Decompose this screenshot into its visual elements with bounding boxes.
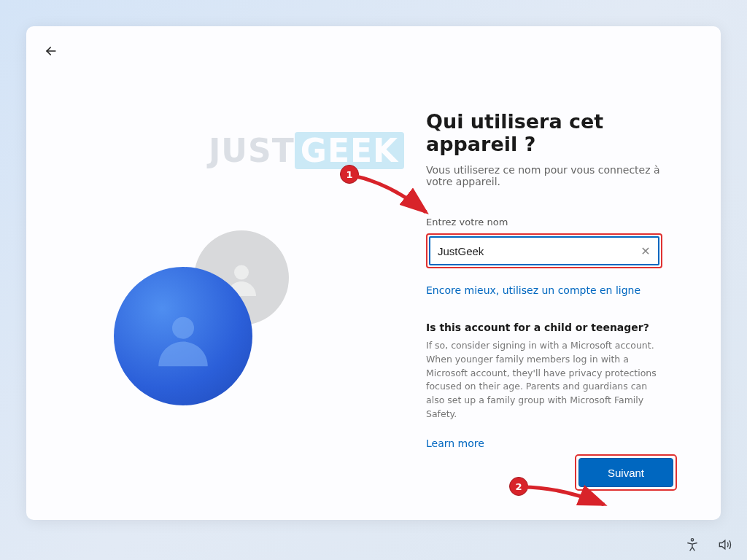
form-panel: Qui utilisera cet appareil ? Vous utilis…	[426, 110, 662, 450]
name-label: Entrez votre nom	[426, 217, 662, 228]
online-account-link[interactable]: Encore mieux, utilisez un compte en lign…	[426, 284, 640, 296]
svg-point-1	[172, 317, 194, 339]
avatar-blue-icon	[114, 267, 252, 405]
volume-icon[interactable]	[716, 537, 732, 553]
svg-point-0	[234, 265, 249, 280]
clear-input-icon[interactable]: ✕	[633, 244, 658, 258]
annotation-badge-1: 1	[340, 165, 359, 184]
name-input-container[interactable]: ✕	[429, 236, 659, 265]
next-button[interactable]: Suivant	[578, 458, 673, 487]
child-account-heading: Is this account for a child or teenager?	[426, 322, 662, 333]
learn-more-link[interactable]: Learn more	[426, 438, 484, 449]
back-button[interactable]	[39, 39, 63, 63]
next-button-highlight: Suivant	[575, 454, 677, 491]
hero-illustration	[114, 223, 303, 413]
watermark-geek: GEEK	[295, 132, 404, 169]
svg-point-2	[691, 539, 693, 541]
child-account-body: If so, consider signing in with a Micros…	[426, 339, 662, 421]
watermark: JUSTGEEK	[209, 132, 404, 169]
watermark-just: JUST	[209, 132, 295, 169]
name-input[interactable]	[430, 245, 633, 257]
name-input-highlight: ✕	[426, 233, 662, 268]
annotation-badge-2: 2	[509, 477, 528, 496]
oobe-card: JUSTGEEK Qui utilisera cet appareil ? Vo…	[26, 26, 721, 520]
page-title: Qui utilisera cet appareil ?	[426, 110, 662, 155]
page-subtitle: Vous utiliserez ce nom pour vous connect…	[426, 164, 662, 187]
accessibility-icon[interactable]	[684, 537, 700, 553]
taskbar	[684, 537, 732, 553]
